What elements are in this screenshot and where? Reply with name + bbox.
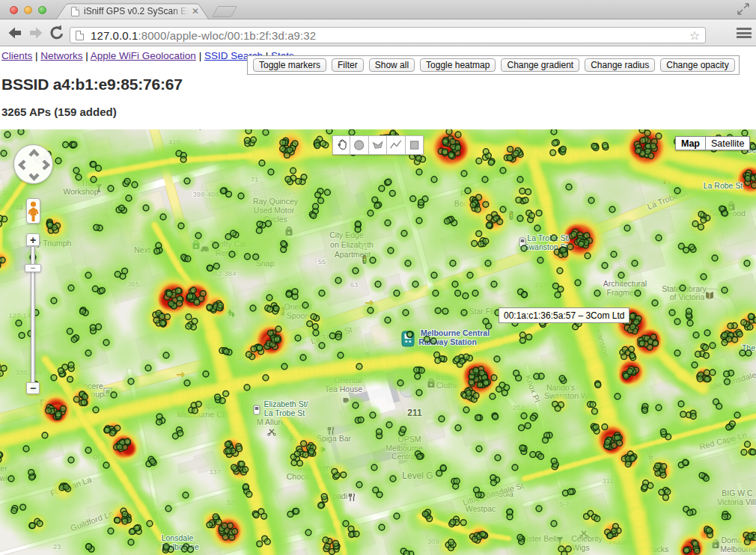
ap-marker[interactable] [313,330,319,336]
ap-marker[interactable] [448,539,454,545]
ap-marker[interactable] [490,393,496,399]
ap-marker[interactable] [555,292,561,298]
ap-marker[interactable] [507,147,513,153]
ap-marker[interactable] [543,438,549,444]
ap-marker[interactable] [740,350,746,356]
change-radius-button[interactable]: Change radius [585,58,655,72]
ap-marker[interactable] [124,438,130,444]
ap-marker[interactable] [534,373,540,379]
ap-marker[interactable] [122,511,128,517]
ap-marker[interactable] [690,414,696,420]
ap-marker[interactable] [647,344,653,350]
zoom-slider-handle[interactable]: – [25,264,41,272]
ap-marker[interactable] [266,295,272,301]
ap-marker[interactable] [153,317,159,323]
ap-marker[interactable] [680,285,686,291]
ap-marker[interactable] [377,429,382,435]
ap-marker[interactable] [400,426,406,432]
ap-marker[interactable] [588,197,594,203]
ap-marker[interactable] [379,185,385,191]
ap-marker[interactable] [128,378,134,384]
url-text[interactable]: 127.0.0.1:8000/apple-wloc/00:1b:2f:3d:a9… [91,29,689,42]
ap-marker[interactable] [461,171,467,177]
ap-marker[interactable] [91,177,97,183]
ap-marker[interactable] [1,366,7,372]
ap-marker[interactable] [159,313,165,319]
ap-marker[interactable] [104,427,110,433]
ap-marker[interactable] [656,235,662,241]
ap-marker[interactable] [741,450,747,456]
ap-marker[interactable] [332,469,338,475]
ap-marker[interactable] [748,533,754,539]
ap-marker[interactable] [358,417,364,423]
ap-marker[interactable] [519,188,525,194]
ap-marker[interactable] [483,201,489,207]
ap-marker[interactable] [23,446,29,452]
ap-marker[interactable] [706,527,712,533]
ap-marker[interactable] [652,300,658,306]
ap-marker[interactable] [750,144,756,150]
ap-marker[interactable] [318,503,324,509]
ap-marker[interactable] [47,222,53,228]
ap-marker[interactable] [434,352,440,358]
ap-marker[interactable] [218,302,224,308]
ap-marker[interactable] [410,196,416,202]
back-button[interactable] [6,24,24,42]
ap-marker[interactable] [517,177,523,183]
ap-marker[interactable] [8,476,14,482]
ap-marker[interactable] [51,375,57,381]
ap-marker[interactable] [479,370,485,376]
ap-marker[interactable] [629,346,635,352]
ap-marker[interactable] [166,291,172,297]
ap-marker[interactable] [231,464,237,470]
ap-marker[interactable] [315,192,321,198]
ap-marker[interactable] [452,281,458,287]
ap-marker[interactable] [246,129,252,134]
ap-marker[interactable] [461,310,467,316]
ap-marker[interactable] [689,244,695,250]
ap-marker[interactable] [216,519,222,525]
ap-marker[interactable] [450,260,456,266]
ap-marker[interactable] [68,362,74,368]
ap-marker[interactable] [329,333,335,339]
ap-marker[interactable] [222,534,228,540]
ap-marker[interactable] [521,245,527,251]
ap-marker[interactable] [239,462,245,467]
ap-marker[interactable] [251,137,257,143]
ap-marker[interactable] [253,512,259,518]
ap-marker[interactable] [698,224,704,230]
ap-marker[interactable] [745,176,751,182]
ap-marker[interactable] [182,546,188,552]
ap-marker[interactable] [476,194,482,200]
ap-marker[interactable] [665,489,671,495]
ap-marker[interactable] [401,230,407,236]
ap-marker[interactable] [126,195,132,201]
toggle-heatmap-button[interactable]: Toggle heatmap [420,58,496,72]
ap-marker[interactable] [640,138,646,144]
ap-marker[interactable] [231,230,237,236]
ap-marker[interactable] [602,263,608,269]
ap-marker[interactable] [407,331,413,337]
ap-marker[interactable] [67,376,73,382]
ap-marker[interactable] [488,159,494,165]
ap-marker[interactable] [440,465,446,471]
ap-marker[interactable] [177,301,183,307]
ap-marker[interactable] [28,470,34,476]
ap-marker[interactable] [100,287,106,293]
ap-marker[interactable] [516,197,522,203]
ap-marker[interactable] [536,210,542,216]
ap-marker[interactable] [156,419,162,425]
ap-marker[interactable] [183,492,189,498]
ap-marker[interactable] [590,402,596,408]
ap-marker[interactable] [431,272,437,278]
ap-marker[interactable] [512,464,518,470]
ap-marker[interactable] [195,401,201,407]
ap-marker[interactable] [195,233,201,239]
ap-marker[interactable] [719,206,725,212]
ap-marker[interactable] [609,206,615,212]
ap-marker[interactable] [145,365,151,371]
ap-marker[interactable] [379,524,385,530]
ap-marker[interactable] [194,299,200,305]
ap-marker[interactable] [567,489,573,495]
ap-marker[interactable] [750,450,756,456]
